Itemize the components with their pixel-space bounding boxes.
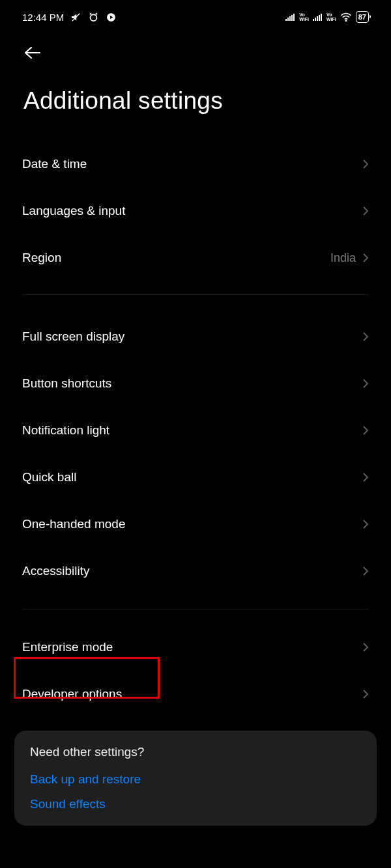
chevron-right-icon [362,253,369,263]
svg-rect-7 [293,14,295,21]
svg-rect-5 [289,16,291,21]
chevron-right-icon [362,472,369,483]
svg-rect-4 [287,18,289,21]
back-button[interactable] [23,46,42,60]
row-label: Button shortcuts [22,376,111,391]
row-label: Quick ball [22,470,76,484]
status-bar: 12:44 PM VoWi [0,0,391,31]
row-languages-input[interactable]: Languages & input [22,188,369,234]
wifi-icon [340,12,352,21]
row-label: Enterprise mode [22,640,113,654]
link-sound-effects[interactable]: Sound effects [30,797,361,811]
chevron-right-icon [362,689,369,699]
signal-icon-2 [313,13,323,21]
mute-icon [70,12,81,23]
chevron-right-icon [362,331,369,342]
row-label: Date & time [22,157,87,171]
row-button-shortcuts[interactable]: Button shortcuts [22,360,369,407]
svg-rect-9 [315,18,316,21]
row-value: India [330,251,356,265]
row-enterprise-mode[interactable]: Enterprise mode [22,624,369,671]
other-settings-card: Need other settings? Back up and restore… [14,731,377,826]
link-back-up-restore[interactable]: Back up and restore [30,772,361,787]
row-label: Accessibility [22,564,89,578]
row-label: One-handed mode [22,517,125,531]
chevron-right-icon [362,642,369,652]
status-right: VoWiFi VoWiFi 87 [285,11,369,23]
svg-point-1 [91,14,97,21]
status-time: 12:44 PM [22,12,64,23]
row-quick-ball[interactable]: Quick ball [22,454,369,501]
svg-point-13 [345,20,347,21]
chevron-right-icon [362,378,369,389]
battery-level: 87 [358,13,366,21]
chevron-right-icon [362,519,369,529]
divider [22,294,369,295]
row-label: Notification light [22,423,109,438]
svg-rect-8 [313,19,314,21]
chevron-right-icon [362,159,369,169]
row-region[interactable]: Region India [22,234,369,281]
row-label: Full screen display [22,329,124,344]
row-label: Languages & input [22,204,125,218]
signal-icon-1 [285,13,295,21]
svg-rect-11 [319,15,320,21]
svg-rect-10 [317,16,318,21]
svg-rect-12 [321,14,322,21]
row-label: Region [22,251,61,265]
card-title: Need other settings? [30,745,361,759]
row-label: Developer options [22,687,122,701]
row-full-screen-display[interactable]: Full screen display [22,313,369,360]
row-date-time[interactable]: Date & time [22,141,369,188]
svg-rect-3 [285,19,287,21]
chevron-right-icon [362,566,369,576]
back-row [0,31,391,69]
play-icon [106,12,117,23]
settings-list: Date & time Languages & input Region Ind… [0,141,391,718]
status-left: 12:44 PM [22,12,117,23]
page-title: Additional settings [0,69,391,141]
svg-rect-6 [291,15,293,21]
chevron-right-icon [362,206,369,216]
divider [22,609,369,609]
chevron-right-icon [362,425,369,436]
row-one-handed-mode[interactable]: One-handed mode [22,501,369,548]
row-developer-options[interactable]: Developer options [22,671,369,718]
vowifi-label-2: VoWiFi [326,12,336,21]
row-accessibility[interactable]: Accessibility [22,548,369,595]
row-notification-light[interactable]: Notification light [22,407,369,454]
battery-icon: 87 [356,11,369,23]
alarm-icon [88,12,99,23]
vowifi-label-1: VoWiFi [299,12,309,21]
